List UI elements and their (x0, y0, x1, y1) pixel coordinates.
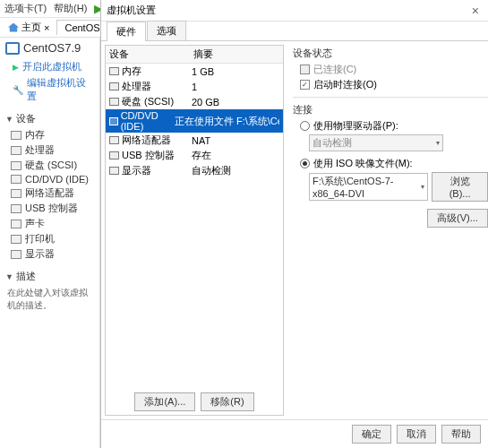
close-icon[interactable]: × (468, 4, 483, 18)
radio-iso-file[interactable]: 使用 ISO 映像文件(M): (300, 157, 488, 170)
settings-dialog: 虚拟机设置 × 硬件 选项 设备 摘要 内存1 GB 处理器1 硬盘 (SCSI… (100, 0, 488, 448)
hardware-buttons: 添加(A)... 移除(R) (106, 389, 283, 415)
dev-sound[interactable]: 声卡 (11, 217, 94, 230)
dev-display[interactable]: 显示器 (11, 247, 94, 261)
checkbox-connect-on-power[interactable]: 启动时连接(O) (300, 78, 488, 91)
dialog-footer: 确定 取消 帮助 (101, 419, 488, 448)
help-button[interactable]: 帮助 (441, 425, 481, 444)
hardware-rows: 内存1 GB 处理器1 硬盘 (SCSI)20 GB CD/DVD (IDE)正… (106, 64, 283, 389)
cd-icon (11, 175, 21, 184)
menu-help[interactable]: 帮助(H) (54, 2, 87, 15)
display-icon (109, 167, 119, 175)
usb-icon (11, 204, 21, 213)
iso-path-row: F:\系统\CentOS-7-x86_64-DVI ▾ 浏览(B)... (309, 172, 488, 202)
radio-iso-label: 使用 ISO 映像文件(M): (313, 157, 413, 170)
hardware-list-header: 设备 摘要 (106, 46, 283, 64)
checkbox-icon (300, 80, 310, 90)
iso-path-select[interactable]: F:\系统\CentOS-7-x86_64-DVI ▾ (309, 173, 428, 201)
ok-button[interactable]: 确定 (352, 425, 391, 444)
display-icon (11, 250, 21, 259)
sound-icon (11, 220, 21, 228)
cd-icon (109, 117, 118, 125)
col-device: 设备 (106, 46, 190, 63)
radio-icon (300, 121, 310, 131)
section-description[interactable]: ▼ 描述 (5, 270, 94, 283)
dropdown-icon: ▾ (436, 139, 440, 147)
hardware-list: 设备 摘要 内存1 GB 处理器1 硬盘 (SCSI)20 GB CD/DVD … (105, 45, 284, 416)
link-power-on[interactable]: ▶ 开启此虚拟机 (13, 60, 94, 73)
usb-icon (109, 151, 119, 159)
dropdown-icon: ▾ (421, 183, 424, 191)
add-button[interactable]: 添加(A)... (134, 392, 195, 411)
advanced-button[interactable]: 高级(V)... (427, 209, 488, 228)
cancel-button[interactable]: 取消 (397, 425, 436, 444)
device-detail-panel: 设备状态 已连接(C) 启动时连接(O) 连接 使用物理驱动器(P): 自动检测… (289, 45, 488, 416)
checkbox-connected-label: 已连接(C) (313, 63, 356, 76)
tab-hardware[interactable]: 硬件 (107, 22, 146, 41)
group-status-title: 设备状态 (293, 47, 488, 60)
remove-button[interactable]: 移除(R) (201, 392, 253, 411)
link-edit-settings[interactable]: 🔧 编辑虚拟机设置 (13, 76, 94, 103)
wrench-icon: 🔧 (13, 85, 23, 95)
dev-disk[interactable]: 硬盘 (SCSI) (11, 159, 94, 172)
hw-row-memory[interactable]: 内存1 GB (106, 64, 283, 79)
group-connection-title: 连接 (293, 103, 488, 116)
cpu-icon (11, 146, 21, 155)
home-icon (8, 23, 19, 32)
menu-options[interactable]: 选项卡(T) (4, 2, 47, 15)
hw-row-display[interactable]: 显示器自动检测 (106, 163, 283, 178)
hw-row-cd[interactable]: CD/DVD (IDE)正在使用文件 F:\系统\CentO... (106, 109, 283, 133)
dev-cd[interactable]: CD/DVD (IDE) (11, 174, 94, 185)
physical-drive-value: 自动检测 (312, 136, 352, 150)
net-icon (11, 189, 21, 198)
dialog-title: 虚拟机设置 (107, 4, 156, 17)
tab-home-label: 主页 (21, 21, 41, 34)
chevron-down-icon: ▼ (5, 272, 13, 281)
cpu-icon (109, 82, 119, 90)
advanced-row: 高级(V)... (293, 209, 488, 228)
section-devices-label: 设备 (16, 112, 36, 125)
checkbox-icon (300, 65, 310, 74)
play-triangle-icon: ▶ (13, 63, 19, 72)
checkbox-connect-on-power-label: 启动时连接(O) (313, 78, 377, 91)
disk-icon (11, 161, 21, 170)
dev-printer[interactable]: 打印机 (11, 232, 94, 246)
left-pane: CentOS7.9 ▶ 开启此虚拟机 🔧 编辑虚拟机设置 ▼ 设备 内存 处理器… (0, 38, 100, 448)
dev-usb[interactable]: USB 控制器 (11, 202, 94, 215)
memory-icon (109, 67, 119, 75)
hw-row-disk[interactable]: 硬盘 (SCSI)20 GB (106, 94, 283, 109)
dev-memory[interactable]: 内存 (11, 128, 94, 142)
hw-row-cpu[interactable]: 处理器1 (106, 79, 283, 94)
vm-icon (5, 42, 20, 55)
radio-icon (300, 159, 310, 168)
vm-title: CentOS7.9 (23, 41, 81, 55)
tab-home-close-icon[interactable]: × (44, 22, 49, 33)
dev-cpu[interactable]: 处理器 (11, 143, 94, 157)
link-power-on-label: 开启此虚拟机 (22, 60, 81, 73)
radio-physical-drive[interactable]: 使用物理驱动器(P): (300, 119, 488, 133)
iso-path-value: F:\系统\CentOS-7-x86_64-DVI (312, 175, 421, 199)
dev-net[interactable]: 网络适配器 (11, 186, 94, 200)
dialog-titlebar: 虚拟机设置 × (101, 0, 488, 22)
col-summary: 摘要 (190, 46, 217, 63)
tab-options[interactable]: 选项 (147, 21, 186, 40)
dialog-body: 设备 摘要 内存1 GB 处理器1 硬盘 (SCSI)20 GB CD/DVD … (101, 41, 488, 419)
hw-row-usb[interactable]: USB 控制器存在 (106, 148, 283, 163)
browse-button[interactable]: 浏览(B)... (432, 172, 487, 202)
memory-icon (11, 131, 21, 140)
dialog-tabs: 硬件 选项 (101, 22, 488, 41)
printer-icon (11, 235, 21, 244)
section-description-label: 描述 (16, 270, 36, 283)
hw-row-net[interactable]: 网络适配器NAT (106, 133, 283, 148)
section-devices[interactable]: ▼ 设备 (5, 112, 94, 125)
physical-drive-select: 自动检测 ▾ (309, 134, 443, 151)
disk-icon (109, 98, 119, 106)
net-icon (109, 136, 119, 144)
description-text: 在此处键入对该虚拟机的描述。 (7, 287, 94, 312)
radio-physical-label: 使用物理驱动器(P): (313, 119, 398, 133)
link-edit-settings-label: 编辑虚拟机设置 (27, 76, 94, 103)
chevron-down-icon: ▼ (5, 115, 13, 124)
checkbox-connected[interactable]: 已连接(C) (300, 63, 488, 76)
tab-home[interactable]: 主页 × (3, 19, 55, 36)
vm-title-row: CentOS7.9 (5, 41, 94, 55)
